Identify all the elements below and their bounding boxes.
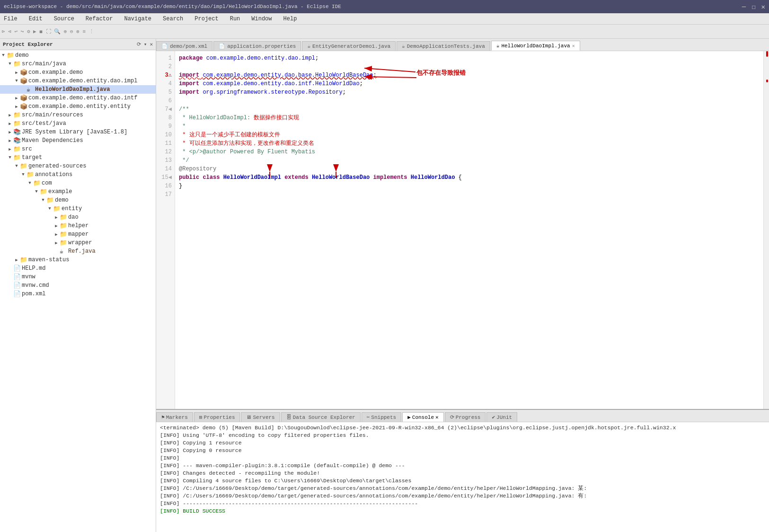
tree-label-helper-t: helper <box>68 222 88 229</box>
tree-icon-jre-system-library: 📚 <box>13 128 21 136</box>
code-line-6 <box>179 97 760 105</box>
menu-item-run[interactable]: Run <box>228 15 242 23</box>
tree-arrow-dao-t: ▶ <box>53 215 60 220</box>
pe-header-controls: ⟳ ▾ ✕ <box>137 41 153 47</box>
tree-label-src: src <box>22 146 32 152</box>
menu-item-search[interactable]: Search <box>161 15 185 23</box>
tree-item-HelloWorldDaoImpl[interactable]: ☕HelloWorldDaoImpl.java <box>0 85 156 94</box>
tree-icon-pom-xml: 📄 <box>13 290 21 298</box>
tree-item-wrapper-t[interactable]: ▶📁wrapper <box>0 239 156 247</box>
tree-item-src-main-java[interactable]: ▼📁src/main/java <box>0 60 156 68</box>
tree-item-mvnw-cmd[interactable]: 📄mvnw.cmd <box>0 281 156 290</box>
tree-item-maven-status[interactable]: ▶📁maven-status <box>0 256 156 264</box>
tree-item-helper-t[interactable]: ▶📁helper <box>0 222 156 230</box>
editor-tab-DemoApplicationTests-java[interactable]: ☕DemoApplicationTests.java <box>397 41 490 51</box>
tree-arrow-src-main-resources: ▶ <box>7 113 13 118</box>
menu-item-edit[interactable]: Edit <box>27 15 44 23</box>
menu-item-window[interactable]: Window <box>249 15 274 23</box>
menu-item-file[interactable]: File <box>2 15 19 23</box>
tree-item-annotations[interactable]: ▼📁annotations <box>0 170 156 179</box>
console-content[interactable]: <terminated> demo (5) [Maven Build] D:\S… <box>156 422 769 532</box>
code-content[interactable]: package com.example.demo.entity.dao.impl… <box>175 51 763 409</box>
code-line-11: * 可以任意添加方法和实现，更改作者和重定义类名 <box>179 139 760 148</box>
tree-item-src-main-resources[interactable]: ▶📁src/main/resources <box>0 111 156 119</box>
tree-label-mvnw: mvnw <box>22 274 35 280</box>
bottom-tab-icon: 🖥 <box>246 414 251 420</box>
tree-arrow-demo-root: ▼ <box>0 53 7 58</box>
tree-item-Ref-java[interactable]: ☕Ref.java <box>0 247 156 256</box>
code-line-10: * 这只是一个减少手工创建的模板文件 <box>179 131 760 139</box>
tree-item-pom-xml[interactable]: 📄pom.xml <box>0 290 156 298</box>
minimize-button[interactable]: — <box>742 3 746 11</box>
tree-arrow-target: ▼ <box>7 155 13 160</box>
editor-tab-application-properties[interactable]: 📄application.properties <box>213 41 301 51</box>
code-editor: 1 2 3⚠ 4 5 6 7◀ 8 9 10 11 12 13 14 15◀ 1… <box>156 51 769 409</box>
line-numbers: 1 2 3⚠ 4 5 6 7◀ 8 9 10 11 12 13 14 15◀ 1… <box>156 51 175 409</box>
tree-item-generated-sources[interactable]: ▼📁generated-sources <box>0 162 156 170</box>
tree-item-src-test-java[interactable]: ▶📁src/test/java <box>0 119 156 128</box>
tree-arrow-com-example-demo: ▶ <box>13 70 20 75</box>
tree-label-com-example-demo: com.example.demo <box>28 69 83 76</box>
editor-tab-HelloWorldDaoImpl-java[interactable]: ☕HelloWorldDaoImpl.java✕ <box>491 41 580 51</box>
tree-item-com-t[interactable]: ▼📁com <box>0 179 156 187</box>
bottom-tab-properties[interactable]: ⊞Properties <box>194 412 240 422</box>
tree-arrow-demo-t: ▼ <box>40 198 46 203</box>
bottom-tab-junit[interactable]: ✔JUnit <box>486 412 517 422</box>
tree-item-mvnw[interactable]: 📄mvnw <box>0 273 156 281</box>
bottom-tab-snippets[interactable]: ✂Snippets <box>362 412 401 422</box>
editor-tab-demo-pom-xml[interactable]: 📄demo/pom.xml <box>156 41 212 51</box>
tree-label-maven-dependencies: Maven Dependencies <box>22 137 83 144</box>
tree-item-entity-t[interactable]: ▼📁entity <box>0 204 156 213</box>
maximize-button[interactable]: ☐ <box>751 3 755 11</box>
tree-item-example-t[interactable]: ▼📁example <box>0 187 156 196</box>
tab-close-btn[interactable]: ✕ <box>572 43 575 49</box>
bottom-tab-servers[interactable]: 🖥Servers <box>241 412 280 422</box>
editor-tab-EntityGeneratorDemo1-java[interactable]: ☕EntityGeneratorDemo1.java <box>302 41 396 51</box>
pe-close-btn[interactable]: ✕ <box>150 41 153 47</box>
tree-item-target[interactable]: ▼📁target <box>0 153 156 162</box>
tree-icon-src-main-java: 📁 <box>13 60 21 68</box>
menu-item-source[interactable]: Source <box>52 15 76 23</box>
tree-item-src[interactable]: ▶📁src <box>0 145 156 153</box>
line-num-8: 8 <box>156 114 175 122</box>
tree-item-dao-t[interactable]: ▶📁dao <box>0 213 156 222</box>
tree-item-com-example-demo-entity-dao-impl[interactable]: ▼📦com.example.demo.entity.dao.impl <box>0 77 156 85</box>
bottom-tab-close-btn[interactable]: ✕ <box>435 414 439 420</box>
bottom-tab-console[interactable]: ▶Console✕ <box>402 412 443 422</box>
tree-item-HELP-md[interactable]: 📄HELP.md <box>0 264 156 273</box>
pe-menu-btn[interactable]: ▾ <box>144 41 147 47</box>
close-button[interactable]: ✕ <box>761 3 765 11</box>
code-line-8: * HelloWorldDaoImpl: 数据操作接口实现 <box>179 114 760 122</box>
tree-icon-generated-sources: 📁 <box>20 162 27 170</box>
tree-icon-src-test-java: 📁 <box>13 120 21 127</box>
bottom-tab-progress[interactable]: ⟳Progress <box>445 412 486 422</box>
menu-item-refactor[interactable]: Refactor <box>84 15 115 23</box>
pe-collapse-btn[interactable]: ⟳ <box>137 41 141 47</box>
tree-arrow-src-main-java: ▼ <box>7 62 13 66</box>
tree-icon-com-example-demo-entity-dao-impl: 📦 <box>20 77 27 85</box>
error-indicator-2 <box>766 80 768 82</box>
tree-arrow-entity-t: ▼ <box>46 206 53 211</box>
bottom-tab-markers[interactable]: ⚑Markers <box>156 412 193 422</box>
menu-item-project[interactable]: Project <box>193 15 220 23</box>
menu-item-navigate[interactable]: Navigate <box>122 15 153 23</box>
tree-item-demo-t[interactable]: ▼📁demo <box>0 196 156 204</box>
bottom-tab-data-source-explorer[interactable]: 🗄Data Source Explorer <box>281 412 361 422</box>
tree-item-jre-system-library[interactable]: ▶📚JRE System Library [JavaSE-1.8] <box>0 128 156 136</box>
tree-item-mapper-t[interactable]: ▶📁mapper <box>0 230 156 239</box>
tree-item-demo-root[interactable]: ▼📁demo <box>0 51 156 60</box>
tree-icon-annotations: 📁 <box>27 171 34 178</box>
tree-icon-dao-t: 📁 <box>60 213 67 221</box>
tree-item-com-example-demo-entity-entity[interactable]: ▶📦com.example.demo.entity.entity <box>0 102 156 111</box>
menu-bar: FileEditSourceRefactorNavigateSearchProj… <box>0 13 769 25</box>
line-num-13: 13 <box>156 156 175 165</box>
line-num-16: 16 <box>156 182 175 190</box>
tree-item-com-example-demo-entity-dao-intf[interactable]: ▶📦com.example.demo.entity.dao.intf <box>0 94 156 102</box>
tree-icon-com-t: 📁 <box>33 179 41 187</box>
tree-item-maven-dependencies[interactable]: ▶📚Maven Dependencies <box>0 136 156 145</box>
menu-item-help[interactable]: Help <box>282 15 299 23</box>
tree-item-com-example-demo[interactable]: ▶📦com.example.demo <box>0 68 156 77</box>
tree-label-src-main-java: src/main/java <box>22 61 66 67</box>
line-num-15: 15◀ <box>156 173 175 182</box>
editor-scrollbar[interactable] <box>763 51 769 409</box>
